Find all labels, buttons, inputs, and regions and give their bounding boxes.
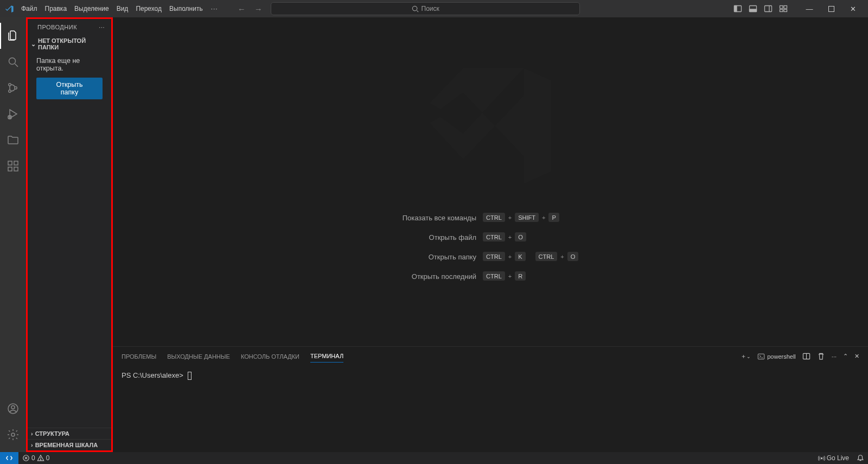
menu-selection[interactable]: Выделение	[71, 5, 113, 12]
vscode-logo-icon	[4, 4, 14, 14]
sidebar-header: ПРОВОДНИК ···	[28, 19, 111, 35]
activity-run-debug-icon[interactable]	[0, 101, 26, 127]
split-terminal-icon[interactable]	[802, 352, 810, 360]
nav-back-icon[interactable]: ←	[236, 4, 247, 14]
svg-rect-3	[735, 6, 737, 12]
key: K	[515, 252, 525, 262]
welcome-view: Показать все команды CTRL+SHIFT+P Открыт…	[113, 17, 868, 346]
status-right: Go Live	[814, 454, 868, 462]
titlebar-right: — ✕	[733, 1, 864, 17]
error-count: 0	[31, 454, 35, 462]
menu-view[interactable]: Вид	[113, 5, 132, 12]
svg-point-16	[9, 90, 11, 92]
section-structure-title: СТРУКТУРА	[35, 430, 69, 437]
maximize-panel-icon[interactable]: ⌃	[843, 353, 848, 360]
panel-actions: ＋⌄ powershell ··· ⌃ ✕	[741, 352, 859, 360]
tab-debug-console[interactable]: КОНСОЛЬ ОТЛАДКИ	[241, 351, 299, 363]
key: O	[515, 232, 526, 242]
menu-run[interactable]: Выполнить	[165, 5, 207, 12]
tab-problems[interactable]: ПРОБЛЕМЫ	[122, 351, 156, 363]
section-no-folder-body: Папка еще не открыта. Открыть папку	[28, 53, 111, 104]
svg-rect-9	[784, 6, 787, 9]
toggle-secondary-sidebar-icon[interactable]	[764, 4, 773, 13]
chevron-right-icon: ›	[31, 442, 33, 448]
no-folder-text: Папка еще не открыта.	[36, 57, 103, 72]
section-no-folder-header[interactable]: ⌄ НЕТ ОТКРЫТОЙ ПАПКИ	[28, 35, 111, 53]
section-no-folder-title: НЕТ ОТКРЫТОЙ ПАПКИ	[38, 37, 108, 50]
new-terminal-icon[interactable]: ＋⌄	[741, 352, 751, 360]
activity-folder-icon[interactable]	[0, 127, 26, 153]
command-center-search[interactable]: Поиск	[271, 2, 580, 15]
svg-point-15	[9, 84, 11, 86]
svg-rect-11	[784, 10, 787, 12]
status-problems[interactable]: 0 0	[18, 454, 53, 462]
menu-file[interactable]: Файл	[17, 5, 41, 12]
window-close-icon[interactable]: ✕	[842, 1, 864, 17]
customize-layout-icon[interactable]	[779, 4, 788, 13]
status-bar: 0 0 Go Live	[0, 452, 868, 464]
shell-label: powershell	[767, 353, 796, 360]
terminal-cursor-icon	[188, 372, 192, 380]
shortcut-label: Открыть последний	[403, 272, 476, 281]
activity-search-icon[interactable]	[0, 49, 26, 75]
remote-indicator-icon[interactable]	[0, 452, 18, 464]
svg-rect-8	[780, 6, 783, 9]
key: CTRL	[483, 252, 505, 262]
kill-terminal-icon[interactable]	[817, 352, 825, 360]
key: CTRL	[483, 271, 505, 281]
warning-count: 0	[46, 454, 50, 462]
chevron-right-icon: ›	[31, 430, 33, 437]
key: R	[515, 271, 526, 281]
terminal-profile[interactable]: powershell	[757, 353, 796, 360]
shortcut-label: Показать все команды	[403, 214, 476, 222]
activity-extensions-icon[interactable]	[0, 153, 26, 179]
activity-account-icon[interactable]	[0, 396, 26, 422]
key: O	[567, 252, 579, 262]
svg-point-0	[412, 6, 417, 10]
shortcut-list: Показать все команды CTRL+SHIFT+P Открыт…	[403, 213, 579, 281]
section-timeline-title: ВРЕМЕННАЯ ШКАЛА	[35, 442, 98, 448]
menu-bar: Файл Правка Выделение Вид Переход Выполн…	[17, 5, 222, 12]
body-container: ПРОВОДНИК ··· ⌄ НЕТ ОТКРЫТОЙ ПАПКИ Папка…	[0, 17, 868, 452]
window-minimize-icon[interactable]: —	[799, 1, 820, 17]
golive-label: Go Live	[827, 454, 849, 462]
title-bar: Файл Правка Выделение Вид Переход Выполн…	[0, 0, 868, 17]
status-golive[interactable]: Go Live	[814, 454, 853, 462]
section-timeline-header[interactable]: › ВРЕМЕННАЯ ШКАЛА	[28, 439, 111, 450]
menu-overflow-icon[interactable]: ···	[207, 5, 222, 12]
toggle-panel-icon[interactable]	[749, 4, 757, 13]
explorer-sidebar: ПРОВОДНИК ··· ⌄ НЕТ ОТКРЫТОЙ ПАПКИ Папка…	[26, 17, 113, 452]
svg-rect-12	[828, 6, 834, 11]
sidebar-title: ПРОВОДНИК	[37, 24, 77, 30]
key: CTRL	[535, 252, 558, 262]
svg-rect-10	[780, 10, 783, 12]
tab-terminal[interactable]: ТЕРМИНАЛ	[310, 350, 343, 363]
error-icon	[22, 454, 30, 462]
tab-output[interactable]: ВЫХОДНЫЕ ДАННЫЕ	[167, 351, 230, 363]
menu-go[interactable]: Переход	[132, 5, 165, 12]
panel-more-icon[interactable]: ···	[832, 353, 837, 360]
sidebar-more-icon[interactable]: ···	[99, 24, 105, 30]
layout-controls	[733, 4, 788, 13]
activity-explorer-icon[interactable]	[0, 23, 26, 49]
shortcut-keys: CTRL+K CTRL+O	[483, 252, 578, 262]
activity-source-control-icon[interactable]	[0, 75, 26, 101]
status-notifications-icon[interactable]	[853, 454, 868, 462]
close-panel-icon[interactable]: ✕	[854, 353, 859, 360]
chevron-down-icon: ⌄	[31, 41, 36, 48]
open-folder-button[interactable]: Открыть папку	[36, 78, 103, 99]
nav-forward-icon[interactable]: →	[253, 4, 264, 14]
activity-settings-icon[interactable]	[0, 422, 26, 448]
toggle-primary-sidebar-icon[interactable]	[733, 4, 742, 13]
menu-edit[interactable]: Правка	[41, 5, 71, 12]
shortcut-label: Открыть папку	[403, 253, 476, 261]
section-structure-header[interactable]: › СТРУКТУРА	[28, 428, 111, 439]
svg-rect-5	[750, 9, 757, 12]
terminal-body[interactable]: PS C:\Users\alexe>	[113, 366, 868, 452]
svg-rect-22	[14, 161, 18, 165]
powershell-icon	[757, 353, 765, 360]
svg-point-25	[11, 433, 15, 436]
svg-point-17	[15, 87, 17, 89]
warning-icon	[37, 454, 44, 462]
window-maximize-icon[interactable]	[820, 1, 842, 17]
